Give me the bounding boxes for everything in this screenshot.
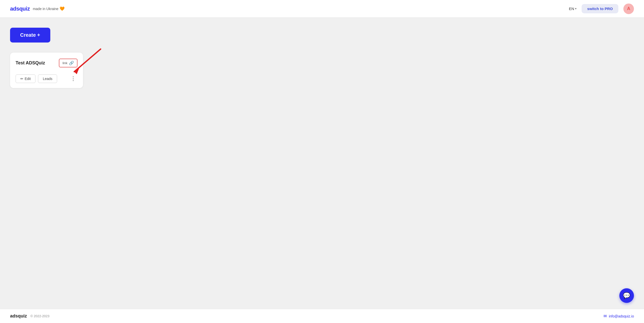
mail-icon: ✉ (603, 314, 607, 318)
main-content: Create + Test ADSQuiz link 🔗 ✏ Edit Lead… (0, 18, 644, 309)
language-label: EN (569, 7, 574, 11)
card-top: Test ADSQuiz link 🔗 (16, 59, 77, 67)
avatar[interactable]: A (623, 4, 634, 14)
pencil-icon: ✏ (20, 77, 23, 81)
create-button[interactable]: Create + (10, 28, 50, 43)
edit-label: Edit (25, 77, 31, 81)
footer-right: ✉ info@adsquiz.io (603, 314, 634, 318)
footer-email[interactable]: info@adsquiz.io (609, 314, 634, 318)
switch-to-pro-button[interactable]: switch to PRO (582, 4, 618, 13)
link-icon: 🔗 (69, 61, 74, 65)
quiz-card: Test ADSQuiz link 🔗 ✏ Edit Leads ⋮ (10, 53, 83, 88)
cards-area: Test ADSQuiz link 🔗 ✏ Edit Leads ⋮ (10, 53, 634, 88)
leads-button[interactable]: Leads (38, 74, 57, 83)
header: adsquiz made in Ukraine 🧡 EN ▾ switch to… (0, 0, 644, 18)
tagline: made in Ukraine 🧡 (33, 6, 65, 11)
tagline-text: made in Ukraine (33, 7, 58, 11)
link-label: link (62, 61, 67, 65)
chat-icon: 💬 (623, 292, 630, 299)
chevron-down-icon: ▾ (575, 7, 577, 10)
card-title: Test ADSQuiz (16, 60, 45, 66)
header-right: EN ▾ switch to PRO A (569, 4, 634, 14)
edit-button[interactable]: ✏ Edit (16, 74, 35, 83)
more-options-button[interactable]: ⋮ (69, 75, 77, 82)
card-actions: ✏ Edit Leads ⋮ (16, 74, 77, 83)
heart-icon: 🧡 (60, 6, 65, 11)
link-button[interactable]: link 🔗 (59, 59, 77, 67)
logo: adsquiz (10, 6, 30, 12)
footer-left: adsquiz © 2022-2023 (10, 313, 49, 319)
chat-button[interactable]: 💬 (619, 288, 634, 303)
language-selector[interactable]: EN ▾ (569, 7, 577, 11)
footer: adsquiz © 2022-2023 ✉ info@adsquiz.io (0, 309, 644, 323)
footer-logo: adsquiz (10, 313, 27, 319)
footer-copyright: © 2022-2023 (30, 314, 49, 318)
header-left: adsquiz made in Ukraine 🧡 (10, 6, 65, 12)
